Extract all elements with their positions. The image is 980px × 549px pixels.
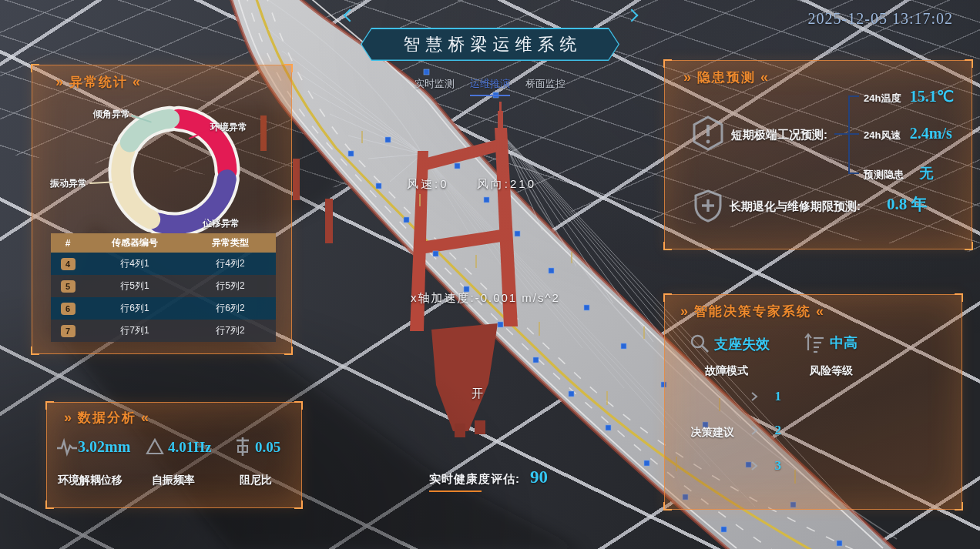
displacement-label: 环境解耦位移 [58, 474, 123, 487]
dashboard-root: 2025-12-05 13:17:02 智慧桥梁运维系统 实时监测 运维推演 桥… [0, 0, 980, 549]
hazard-label: 预测隐患 [864, 169, 904, 180]
decision-expert-panel: »智能决策专家系统« 支座失效 故障模式 中高 风险等级 决策建议 1 2 3 [664, 294, 962, 510]
tree-branch [850, 172, 859, 174]
page-title: 智慧桥梁运维系统 [398, 33, 582, 56]
fault-mode-value: 支座失效 [714, 335, 770, 353]
suggestion-item-3[interactable]: 3 [750, 458, 781, 474]
row-index-badge: 5 [61, 280, 76, 293]
decision-panel-title: »智能决策专家系统« [676, 303, 830, 320]
col-sensor-id: 传感器编号 [85, 233, 185, 253]
wind-readout: 风速:0 风向:210 [407, 177, 536, 192]
long-term-forecast-label: 长期退化与维修期限预测: [730, 199, 861, 214]
health-score-value: 90 [530, 467, 548, 487]
triangle-icon [146, 438, 164, 455]
tree-branch [850, 133, 859, 135]
damping-value: 0.05 [255, 439, 280, 456]
tree-branch [850, 95, 859, 97]
col-anomaly-type: 异常类型 [185, 233, 276, 253]
suggestion-item-1[interactable]: 1 [750, 389, 781, 404]
health-underline [429, 490, 482, 492]
frequency-value: 4.01Hz [168, 439, 211, 456]
donut-label-displacement: 位移异常 [203, 217, 240, 230]
tree-trunk [848, 95, 850, 174]
anomaly-table: # 传感器编号 异常类型 4 行4列1 行4列2 5 行5列1 行5列2 6 行… [51, 233, 276, 342]
wind-label: 24h风速 [864, 129, 901, 141]
tab-deck-surveillance[interactable]: 桥面监控 [525, 77, 566, 96]
table-row[interactable]: 6 行6列1 行6列2 [51, 297, 276, 320]
risk-level-label: 风险等级 [810, 364, 853, 378]
row-index-badge: 4 [61, 258, 76, 270]
forecast-temperature-row: 24h温度 15.1℃ [864, 87, 954, 105]
title-banner: 智慧桥梁运维系统 [361, 28, 619, 61]
donut-label-environment: 环境异常 [210, 121, 247, 134]
col-index: # [51, 233, 85, 253]
hazard-prediction-panel: »隐患预测« 短期极端工况预测: 24h温度 15.1℃ 24h风速 2.4m/… [664, 60, 972, 249]
displacement-value: 3.02mm [78, 438, 130, 456]
data-analysis-panel: »数据分析« 3.02mm 4.01Hz 0.05 环境解耦位移 自振频率 阻尼… [46, 402, 302, 508]
long-term-forecast-value: 0.8 年 [887, 193, 928, 215]
health-score-label: 实时健康度评估: [429, 472, 520, 487]
forecast-wind-row: 24h风速 2.4m/s [864, 125, 952, 142]
table-row[interactable]: 7 行7列1 行7列2 [51, 320, 276, 342]
alert-hexagon-icon [691, 115, 725, 152]
row-index-badge: 6 [61, 303, 76, 315]
switch-open-toggle[interactable]: 开 [472, 387, 483, 401]
anomaly-table-header-row: # 传感器编号 异常类型 [51, 233, 276, 253]
hazard-value: 无 [919, 166, 933, 181]
chevron-right-icon [750, 460, 759, 471]
suggestion-item-2[interactable]: 2 [750, 423, 781, 438]
tree-branch [834, 133, 848, 135]
row-index-badge: 7 [61, 325, 76, 337]
wind-direction: 风向:210 [477, 177, 536, 190]
fault-mode-label: 故障模式 [705, 364, 748, 378]
donut-label-tilt: 倾角异常 [93, 108, 130, 121]
short-term-forecast-label: 短期极端工况预测: [731, 128, 827, 142]
search-icon [690, 333, 710, 353]
analysis-panel-title: »数据分析« [59, 409, 155, 427]
clock: 2025-12-05 13:17:02 [808, 10, 953, 28]
chevron-right-icon [750, 391, 759, 402]
suggestions-label: 决策建议 [691, 426, 734, 440]
anomaly-statistics-panel: »异常统计« 倾角异常 环境异常 振动异常 位移异常 # 传感器编号 异常类型 … [32, 65, 292, 354]
temp-value: 15.1℃ [910, 88, 954, 105]
tab-realtime-monitoring[interactable]: 实时监测 [414, 77, 455, 96]
forecast-hazard-row: 预测隐患 无 [864, 164, 933, 182]
main-tab-bar: 实时监测 运维推演 桥面监控 [414, 77, 566, 96]
temp-label: 24h温度 [864, 92, 901, 104]
anomaly-panel-title: »异常统计« [51, 73, 146, 91]
damping-label: 阻尼比 [240, 474, 272, 487]
hazard-panel-title: »隐患预测« [679, 69, 774, 86]
table-row[interactable]: 4 行4列1 行4列2 [51, 253, 276, 275]
waveform-icon [56, 438, 78, 457]
risk-sort-icon [804, 332, 825, 353]
damper-icon [234, 437, 251, 457]
chevron-right-icon [750, 425, 759, 436]
wind-value: 2.4m/s [910, 125, 952, 142]
donut-label-vibration: 振动异常 [50, 177, 87, 190]
wind-speed: 风速:0 [407, 177, 449, 190]
table-row[interactable]: 5 行5列1 行5列2 [51, 275, 276, 297]
risk-level-value: 中高 [830, 333, 858, 352]
shield-plus-icon [693, 189, 723, 223]
tab-om-simulation[interactable]: 运维推演 [470, 77, 510, 96]
x-acceleration-readout: x轴加速度:-0.001 m/s^2 [411, 291, 560, 306]
frequency-label: 自振频率 [152, 474, 195, 487]
